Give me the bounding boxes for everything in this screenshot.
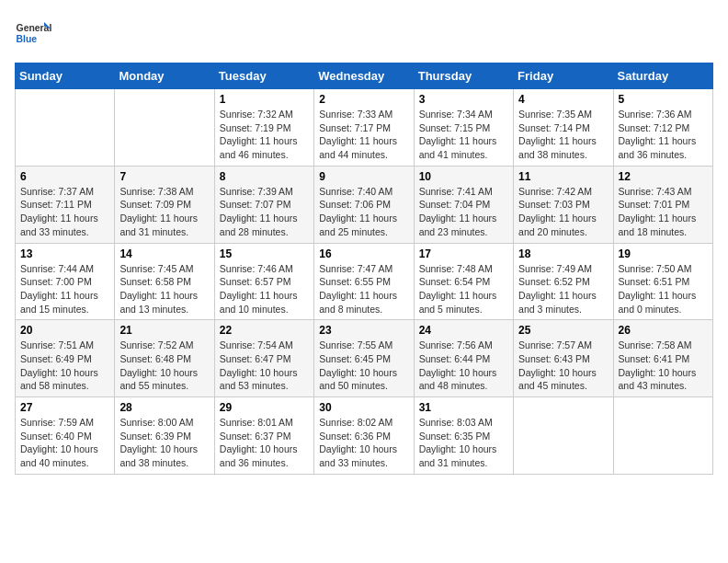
day-of-week-header: Sunday	[16, 63, 115, 89]
day-info: Sunrise: 8:01 AMSunset: 6:37 PMDaylight:…	[220, 416, 309, 470]
day-number: 31	[419, 401, 508, 414]
day-info: Sunrise: 7:33 AMSunset: 7:17 PMDaylight:…	[319, 108, 408, 162]
day-number: 2	[319, 93, 408, 106]
day-info: Sunrise: 7:59 AMSunset: 6:40 PMDaylight:…	[20, 416, 109, 470]
day-number: 6	[20, 170, 109, 183]
calendar-week-row: 6Sunrise: 7:37 AMSunset: 7:11 PMDaylight…	[16, 166, 713, 243]
day-number: 30	[319, 401, 408, 414]
calendar-cell	[613, 397, 712, 475]
day-info: Sunrise: 7:46 AMSunset: 6:57 PMDaylight:…	[220, 262, 309, 316]
day-number: 12	[619, 170, 708, 183]
day-number: 27	[20, 401, 109, 414]
calendar-cell: 21Sunrise: 7:52 AMSunset: 6:48 PMDayligh…	[115, 320, 214, 397]
day-number: 3	[419, 93, 508, 106]
day-info: Sunrise: 7:54 AMSunset: 6:47 PMDaylight:…	[220, 339, 309, 393]
calendar-week-row: 1Sunrise: 7:32 AMSunset: 7:19 PMDaylight…	[16, 89, 713, 167]
day-info: Sunrise: 7:49 AMSunset: 6:52 PMDaylight:…	[518, 262, 608, 316]
day-info: Sunrise: 7:58 AMSunset: 6:41 PMDaylight:…	[619, 339, 708, 393]
calendar-cell: 9Sunrise: 7:40 AMSunset: 7:06 PMDaylight…	[314, 166, 414, 243]
day-info: Sunrise: 7:55 AMSunset: 6:45 PMDaylight:…	[319, 339, 408, 393]
day-number: 22	[220, 324, 309, 337]
calendar-cell: 30Sunrise: 8:02 AMSunset: 6:36 PMDayligh…	[314, 397, 414, 475]
calendar-cell: 28Sunrise: 8:00 AMSunset: 6:39 PMDayligh…	[115, 397, 214, 475]
day-info: Sunrise: 7:32 AMSunset: 7:19 PMDaylight:…	[220, 108, 309, 162]
calendar-cell: 10Sunrise: 7:41 AMSunset: 7:04 PMDayligh…	[414, 166, 513, 243]
day-info: Sunrise: 7:37 AMSunset: 7:11 PMDaylight:…	[20, 185, 109, 239]
day-number: 23	[319, 324, 408, 337]
calendar-cell: 26Sunrise: 7:58 AMSunset: 6:41 PMDayligh…	[613, 320, 712, 397]
logo-icon: General Blue	[15, 15, 51, 52]
day-info: Sunrise: 7:52 AMSunset: 6:48 PMDaylight:…	[119, 339, 209, 393]
day-info: Sunrise: 7:40 AMSunset: 7:06 PMDaylight:…	[319, 185, 408, 239]
day-info: Sunrise: 8:03 AMSunset: 6:35 PMDaylight:…	[419, 416, 508, 470]
day-of-week-header: Wednesday	[314, 63, 414, 89]
calendar-cell: 23Sunrise: 7:55 AMSunset: 6:45 PMDayligh…	[314, 320, 414, 397]
calendar-cell	[115, 89, 214, 167]
day-number: 10	[419, 170, 508, 183]
calendar-cell	[16, 89, 115, 167]
day-of-week-header: Friday	[514, 63, 613, 89]
day-number: 13	[20, 247, 109, 260]
calendar-table: SundayMondayTuesdayWednesdayThursdayFrid…	[15, 63, 713, 475]
day-number: 28	[119, 401, 209, 414]
day-number: 11	[518, 170, 608, 183]
day-info: Sunrise: 7:47 AMSunset: 6:55 PMDaylight:…	[319, 262, 408, 316]
calendar-cell: 19Sunrise: 7:50 AMSunset: 6:51 PMDayligh…	[613, 243, 712, 320]
day-info: Sunrise: 7:51 AMSunset: 6:49 PMDaylight:…	[20, 339, 109, 393]
day-number: 7	[119, 170, 209, 183]
calendar-cell: 8Sunrise: 7:39 AMSunset: 7:07 PMDaylight…	[214, 166, 313, 243]
day-info: Sunrise: 7:38 AMSunset: 7:09 PMDaylight:…	[119, 185, 209, 239]
day-info: Sunrise: 7:41 AMSunset: 7:04 PMDaylight:…	[419, 185, 508, 239]
calendar-cell: 29Sunrise: 8:01 AMSunset: 6:37 PMDayligh…	[214, 397, 313, 475]
calendar-cell: 13Sunrise: 7:44 AMSunset: 7:00 PMDayligh…	[16, 243, 115, 320]
calendar-cell: 11Sunrise: 7:42 AMSunset: 7:03 PMDayligh…	[514, 166, 613, 243]
calendar-cell: 1Sunrise: 7:32 AMSunset: 7:19 PMDaylight…	[214, 89, 313, 167]
svg-text:Blue: Blue	[17, 34, 38, 44]
calendar-cell: 3Sunrise: 7:34 AMSunset: 7:15 PMDaylight…	[414, 89, 513, 167]
calendar-cell: 7Sunrise: 7:38 AMSunset: 7:09 PMDaylight…	[115, 166, 214, 243]
calendar-cell: 5Sunrise: 7:36 AMSunset: 7:12 PMDaylight…	[613, 89, 712, 167]
calendar-cell: 17Sunrise: 7:48 AMSunset: 6:54 PMDayligh…	[414, 243, 513, 320]
calendar-cell: 22Sunrise: 7:54 AMSunset: 6:47 PMDayligh…	[214, 320, 313, 397]
day-number: 15	[220, 247, 309, 260]
calendar-cell: 4Sunrise: 7:35 AMSunset: 7:14 PMDaylight…	[514, 89, 613, 167]
day-of-week-header: Monday	[115, 63, 214, 89]
day-info: Sunrise: 7:50 AMSunset: 6:51 PMDaylight:…	[619, 262, 708, 316]
calendar-cell: 15Sunrise: 7:46 AMSunset: 6:57 PMDayligh…	[214, 243, 313, 320]
day-of-week-header: Saturday	[613, 63, 712, 89]
day-number: 5	[619, 93, 708, 106]
day-number: 21	[119, 324, 209, 337]
day-number: 9	[319, 170, 408, 183]
day-number: 26	[619, 324, 708, 337]
calendar-cell: 6Sunrise: 7:37 AMSunset: 7:11 PMDaylight…	[16, 166, 115, 243]
calendar-cell	[514, 397, 613, 475]
day-info: Sunrise: 7:44 AMSunset: 7:00 PMDaylight:…	[20, 262, 109, 316]
day-number: 14	[119, 247, 209, 260]
calendar-header-row: SundayMondayTuesdayWednesdayThursdayFrid…	[16, 63, 713, 89]
calendar-cell: 20Sunrise: 7:51 AMSunset: 6:49 PMDayligh…	[16, 320, 115, 397]
calendar-week-row: 20Sunrise: 7:51 AMSunset: 6:49 PMDayligh…	[16, 320, 713, 397]
day-info: Sunrise: 7:39 AMSunset: 7:07 PMDaylight:…	[220, 185, 309, 239]
day-info: Sunrise: 7:45 AMSunset: 6:58 PMDaylight:…	[119, 262, 209, 316]
day-of-week-header: Thursday	[414, 63, 513, 89]
day-number: 18	[518, 247, 608, 260]
day-number: 16	[319, 247, 408, 260]
page-header: General Blue	[15, 15, 713, 52]
day-info: Sunrise: 7:57 AMSunset: 6:43 PMDaylight:…	[518, 339, 608, 393]
day-number: 8	[220, 170, 309, 183]
day-number: 1	[220, 93, 309, 106]
calendar-cell: 25Sunrise: 7:57 AMSunset: 6:43 PMDayligh…	[514, 320, 613, 397]
calendar-cell: 2Sunrise: 7:33 AMSunset: 7:17 PMDaylight…	[314, 89, 414, 167]
day-info: Sunrise: 8:00 AMSunset: 6:39 PMDaylight:…	[119, 416, 209, 470]
day-number: 17	[419, 247, 508, 260]
calendar-cell: 24Sunrise: 7:56 AMSunset: 6:44 PMDayligh…	[414, 320, 513, 397]
calendar-cell: 18Sunrise: 7:49 AMSunset: 6:52 PMDayligh…	[514, 243, 613, 320]
day-number: 29	[220, 401, 309, 414]
calendar-cell: 27Sunrise: 7:59 AMSunset: 6:40 PMDayligh…	[16, 397, 115, 475]
day-info: Sunrise: 7:35 AMSunset: 7:14 PMDaylight:…	[518, 108, 608, 162]
day-info: Sunrise: 7:36 AMSunset: 7:12 PMDaylight:…	[619, 108, 708, 162]
day-of-week-header: Tuesday	[214, 63, 313, 89]
calendar-cell: 12Sunrise: 7:43 AMSunset: 7:01 PMDayligh…	[613, 166, 712, 243]
day-number: 24	[419, 324, 508, 337]
calendar-cell: 16Sunrise: 7:47 AMSunset: 6:55 PMDayligh…	[314, 243, 414, 320]
